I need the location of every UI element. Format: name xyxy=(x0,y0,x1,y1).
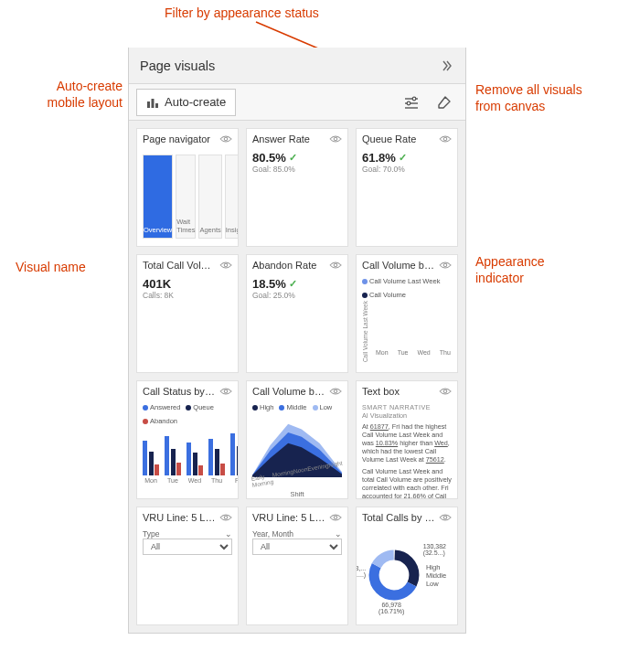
svg-point-14 xyxy=(443,263,447,267)
visual-name-callout-text: Visual name xyxy=(16,260,86,276)
kpi-sub: Calls: 8K xyxy=(143,291,232,300)
visual-card-page-navigator[interactable]: Page navigator Overview Wait Times Agent… xyxy=(136,128,239,247)
visual-card-total-call-volume[interactable]: Total Call Volume 401K Calls: 8K xyxy=(136,254,239,373)
svg-point-17 xyxy=(443,389,447,393)
visual-card-text-box[interactable]: Text box SMART NARRATIVE AI Visualizatio… xyxy=(356,380,458,499)
card-header: Abandon Rate xyxy=(247,255,347,275)
grouped-bar-chart: Mon Tue Wed Thu Fri xyxy=(143,427,232,484)
visual-card-call-volume-by-s[interactable]: Call Volume by S... High Middle Low Earl… xyxy=(246,380,348,499)
visual-card-call-volume-by-day[interactable]: Call Volume by ... Call Volume Last Week… xyxy=(356,254,458,373)
donut-legend: High Middle Low xyxy=(426,563,446,588)
kpi-value: 18.5% xyxy=(252,277,286,291)
bar-chart: Mon Tue Wed Thu Fri xyxy=(368,301,457,356)
donut-label-top: 130,382(32.5...) xyxy=(423,543,446,556)
visual-card-abandon-rate[interactable]: Abandon Rate 18.5%✓ Goal: 25.0% xyxy=(246,254,348,373)
donut-label-left: 203,...(50....) xyxy=(357,565,366,578)
eye-icon xyxy=(439,511,452,524)
card-body: High Middle Low Early Morning Morning No… xyxy=(247,401,347,498)
chevron-down-icon: ⌄ xyxy=(335,529,342,539)
svg-rect-2 xyxy=(152,99,155,108)
svg-point-16 xyxy=(334,389,337,393)
card-title: Queue Rate xyxy=(362,133,435,144)
filter-appearance-button[interactable] xyxy=(398,89,425,116)
svg-point-12 xyxy=(224,263,228,267)
auto-create-button[interactable]: Auto-create xyxy=(136,89,236,116)
filter-callout-text: Filter by appearance status xyxy=(165,5,319,22)
eye-icon xyxy=(439,385,452,398)
kpi-goal: Goal: 70.0% xyxy=(362,165,452,174)
card-body: 61.8%✓ Goal: 70.0% xyxy=(357,149,457,246)
card-title: VRU Line: 5 Line... xyxy=(252,512,325,523)
eye-icon xyxy=(329,133,342,145)
card-header: Page navigator xyxy=(137,129,238,149)
eraser-icon xyxy=(437,95,452,110)
svg-point-10 xyxy=(334,137,337,141)
svg-point-20 xyxy=(443,516,447,519)
check-icon: ✓ xyxy=(289,153,297,163)
visual-card-queue-rate[interactable]: Queue Rate 61.8%✓ Goal: 70.0% xyxy=(356,128,458,247)
slicer-label: Type xyxy=(143,529,159,539)
card-body: 203,...(50....) 130,382(32.5...) 66,978(… xyxy=(357,528,457,624)
svg-rect-3 xyxy=(155,103,158,108)
card-body: 18.5%✓ Goal: 25.0% xyxy=(247,275,347,372)
visual-card-call-status-by-w[interactable]: Call Status by W... Answered Queue Aband… xyxy=(136,380,239,499)
slicer-dropdown[interactable]: All xyxy=(143,539,232,555)
eye-icon xyxy=(219,385,232,398)
slicer-label: Year, Month xyxy=(252,529,293,539)
visual-card-total-calls-priority[interactable]: Total Calls by Pri... 203,...(50....) xyxy=(356,507,458,625)
visual-card-vru-slicer-b[interactable]: VRU Line: 5 Line... Year, Month ⌄ All xyxy=(246,507,348,625)
chevron-down-icon: ⌄ xyxy=(225,529,232,539)
kpi-goal: Goal: 85.0% xyxy=(252,165,342,174)
svg-point-7 xyxy=(407,101,410,105)
x-axis-title: Shift xyxy=(252,490,342,498)
svg-point-15 xyxy=(224,389,228,393)
chart-legend: Answered Queue Abandon xyxy=(143,403,232,425)
nav-tab: Wait Times xyxy=(176,155,196,239)
remove-all-visuals-button[interactable] xyxy=(431,89,458,116)
check-icon: ✓ xyxy=(399,153,407,163)
donut-chart xyxy=(368,549,421,602)
card-title: Page navigator xyxy=(143,133,216,144)
panel-title: Page visuals xyxy=(140,59,215,73)
card-header: Total Call Volume xyxy=(137,255,238,275)
page-visuals-panel: Page visuals Auto-create xyxy=(128,48,466,634)
autocreate-callout-text: Auto-create mobile layout xyxy=(9,79,123,111)
chart-legend: High Middle Low xyxy=(252,403,342,411)
appearance-callout-text: Appearance indicator xyxy=(475,254,545,286)
eye-icon xyxy=(439,259,452,272)
eye-icon xyxy=(219,511,232,524)
card-header: VRU Line: 5 Line... xyxy=(247,507,347,528)
visual-card-vru-slicer-a[interactable]: VRU Line: 5 Line... Type ⌄ All xyxy=(136,507,239,625)
card-body: Call Volume Last Week Call Volume Call V… xyxy=(357,275,457,372)
kpi-value: 61.8% xyxy=(362,151,396,165)
donut-label-bottom: 66,978(16.71%) xyxy=(378,602,404,614)
card-header: Answer Rate xyxy=(247,129,347,149)
svg-point-23 xyxy=(374,555,414,595)
eye-icon xyxy=(219,259,232,272)
card-title: Call Volume by S... xyxy=(252,386,325,397)
svg-point-11 xyxy=(443,137,447,141)
eye-icon xyxy=(439,133,452,145)
narrative-heading: SMART NARRATIVE xyxy=(362,403,452,411)
chevrons-right-icon xyxy=(441,59,453,72)
card-body: Type ⌄ All xyxy=(137,528,238,624)
card-header: Total Calls by Pri... xyxy=(357,507,457,528)
slicer-dropdown[interactable]: All xyxy=(252,539,342,555)
visual-card-answer-rate[interactable]: Answer Rate 80.5%✓ Goal: 85.0% xyxy=(246,128,348,247)
card-title: Text box xyxy=(362,386,435,397)
svg-rect-1 xyxy=(147,101,150,108)
check-icon: ✓ xyxy=(289,279,297,289)
narrative-p2: Call Volume Last Week and total Call Vol… xyxy=(362,467,452,498)
kpi-goal: Goal: 25.0% xyxy=(252,291,342,300)
card-header: Call Status by W... xyxy=(137,381,238,401)
card-body: SMART NARRATIVE AI Visualization At 6187… xyxy=(357,401,457,498)
card-body: Year, Month ⌄ All xyxy=(247,528,347,624)
svg-point-13 xyxy=(334,263,337,267)
nav-tab: Overview xyxy=(143,155,173,239)
collapse-panel-button[interactable] xyxy=(438,57,456,75)
svg-point-19 xyxy=(334,516,337,519)
eye-icon xyxy=(329,385,342,398)
auto-create-label: Auto-create xyxy=(165,95,226,109)
card-body: 401K Calls: 8K xyxy=(137,275,238,372)
card-header: Text box xyxy=(357,381,457,401)
